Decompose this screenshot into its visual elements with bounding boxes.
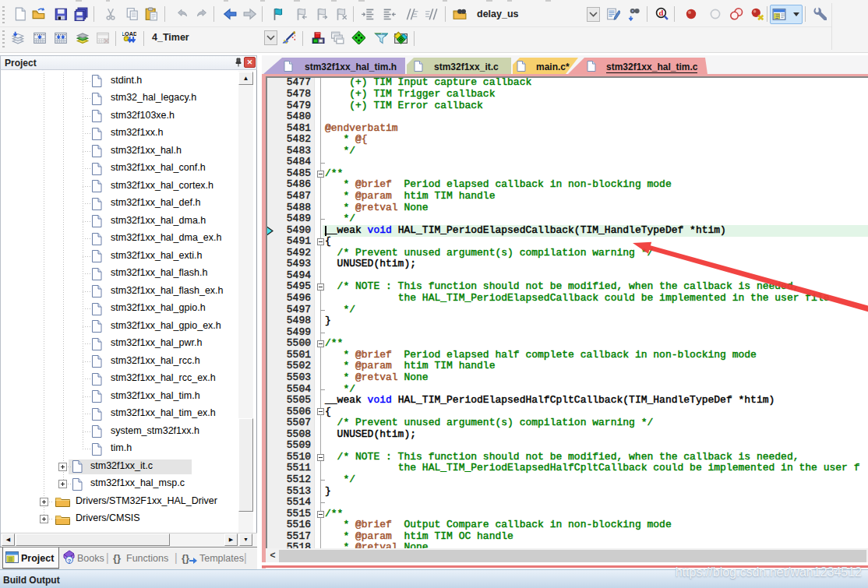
svg-text:d: d [658,8,663,17]
svg-text:?: ? [68,558,72,565]
svg-text:LOAD: LOAD [122,30,136,37]
